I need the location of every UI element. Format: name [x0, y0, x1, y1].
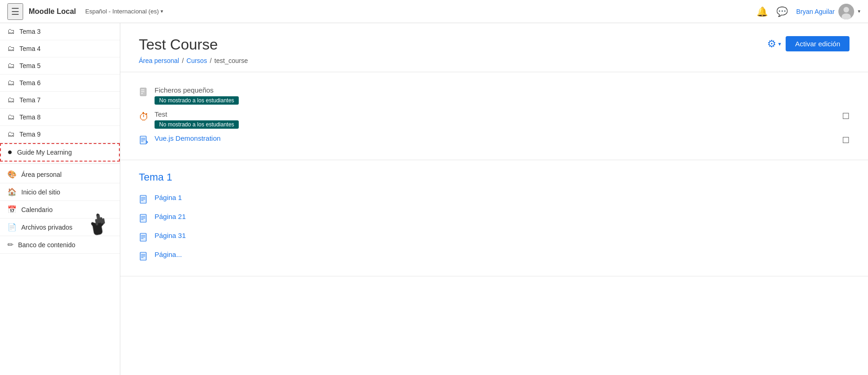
sidebar-item-label: Tema 7 — [19, 96, 41, 104]
activate-edit-button[interactable]: Activar edición — [786, 36, 849, 51]
course-item-link-pagina1[interactable]: Página 1 — [155, 194, 182, 201]
course-tema1-section: Tema 1 Página 1 — [120, 160, 868, 276]
sidebar: 🗂 Tema 3 🗂 Tema 4 🗂 Tema 5 🗂 Tema 6 🗂 Te… — [0, 23, 120, 375]
notification-button[interactable]: 🔔 — [756, 6, 768, 17]
message-button[interactable]: 💬 — [776, 6, 788, 17]
sidebar-item-archivos-privados[interactable]: 📄 Archivos privados — [0, 219, 120, 236]
check-icon-test: ☐ — [842, 111, 849, 121]
folder-icon: 🗂 — [7, 44, 15, 53]
sidebar-item-area-personal[interactable]: 🎨 Área personal — [0, 166, 120, 183]
check-icon-vuejs: ☐ — [842, 135, 849, 145]
pen-icon: ✏ — [7, 240, 13, 249]
settings-button[interactable]: ⚙ ▾ — [767, 38, 781, 50]
breadcrumb-courses[interactable]: Cursos — [186, 57, 207, 64]
svg-point-1 — [843, 7, 849, 12]
folder-icon: 🗂 — [7, 113, 15, 121]
header-actions: ⚙ ▾ Activar edición — [767, 36, 849, 51]
sidebar-item-label: Tema 4 — [19, 45, 41, 52]
course-title-section: Test Course Área personal / Cursos / tes… — [139, 36, 248, 64]
folder-icon: 🗂 — [7, 96, 15, 104]
username-label: Bryan Aguilar — [796, 8, 835, 15]
course-item-vuejs: Vue.js Demonstration ☐ — [139, 131, 849, 150]
course-item-pagina1: Página 1 — [139, 191, 849, 210]
breadcrumb-sep2: / — [210, 57, 211, 64]
sidebar-scroll-area: 🗂 Tema 3 🗂 Tema 4 🗂 Tema 5 🗂 Tema 6 🗂 Te… — [0, 23, 120, 375]
course-item-content-pagina-more: Página... — [155, 250, 849, 259]
language-selector[interactable]: Español - Internacional (es) ▾ — [85, 8, 163, 15]
course-header: Test Course Área personal / Cursos / tes… — [120, 23, 868, 72]
breadcrumb-area-personal[interactable]: Área personal — [139, 57, 179, 64]
sidebar-item-label: Tema 6 — [19, 79, 41, 87]
main-layout: 🗂 Tema 3 🗂 Tema 4 🗂 Tema 5 🗂 Tema 6 🗂 Te… — [0, 23, 868, 375]
quiz-item-icon: ⏱ — [139, 111, 149, 123]
course-item-link-pagina21[interactable]: Página 21 — [155, 212, 186, 220]
file-icon: 📄 — [7, 223, 17, 231]
course-item-content-pagina21: Página 21 — [155, 212, 849, 221]
sidebar-item-banco-contenido[interactable]: ✏ Banco de contenido — [0, 236, 120, 254]
course-intro-section: Ficheros pequeños No mostrado a los estu… — [120, 72, 868, 160]
course-item-link-pagina-more[interactable]: Página... — [155, 250, 182, 258]
sidebar-item-label: Inicio del sitio — [21, 188, 60, 196]
sidebar-item-label: Tema 9 — [19, 131, 41, 138]
breadcrumb-course-slug: test_course — [214, 57, 248, 64]
sidebar-item-label: Archivos privados — [21, 224, 73, 231]
sidebar-item-label: Calendario — [21, 206, 53, 213]
sidebar-item-guide-my-learning[interactable]: ● Guide My Learning — [0, 143, 120, 162]
course-title: Test Course — [139, 36, 248, 53]
sidebar-item-tema5[interactable]: 🗂 Tema 5 — [0, 57, 120, 75]
svg-rect-4 — [141, 89, 144, 90]
course-item-link-vuejs[interactable]: Vue.js Demonstration — [155, 134, 221, 142]
sidebar-item-label: Área personal — [21, 171, 62, 178]
sidebar-item-calendario[interactable]: 📅 Calendario — [0, 201, 120, 219]
top-navigation: ☰ Moodle Local Español - Internacional (… — [0, 0, 868, 23]
course-item-link-ficheros[interactable]: Ficheros pequeños — [155, 86, 214, 94]
user-chevron-icon: ▾ — [858, 8, 861, 14]
hidden-badge-test: No mostrado a los estudiantes — [155, 120, 239, 129]
sidebar-item-tema8[interactable]: 🗂 Tema 8 — [0, 109, 120, 126]
user-menu[interactable]: Bryan Aguilar ▾ — [796, 4, 861, 19]
course-item-content-pagina1: Página 1 — [155, 194, 849, 202]
breadcrumb: Área personal / Cursos / test_course — [139, 57, 248, 64]
svg-rect-6 — [141, 93, 143, 94]
course-item-link-pagina31[interactable]: Página 31 — [155, 231, 186, 239]
course-item-link-test[interactable]: Test — [155, 110, 167, 118]
sidebar-item-tema3[interactable]: 🗂 Tema 3 — [0, 23, 120, 40]
dashboard-icon: 🎨 — [7, 170, 17, 179]
page-icon-pagina-more — [139, 251, 149, 264]
gear-icon: ⚙ — [767, 38, 776, 50]
language-label: Español - Internacional (es) — [85, 8, 159, 15]
sidebar-item-label: Guide My Learning — [17, 149, 72, 156]
course-item-ficheros: Ficheros pequeños No mostrado a los estu… — [139, 83, 849, 107]
main-content: Test Course Área personal / Cursos / tes… — [120, 23, 868, 375]
page-item-icon — [139, 135, 149, 148]
globe-icon: ● — [7, 147, 12, 157]
course-item-content-test: Test No mostrado a los estudiantes — [155, 110, 837, 129]
page-icon-pagina31 — [139, 232, 149, 245]
tema1-title: Tema 1 — [139, 171, 849, 183]
sidebar-item-label: Banco de contenido — [18, 241, 75, 249]
sidebar-item-tema7[interactable]: 🗂 Tema 7 — [0, 92, 120, 109]
course-item-content-vuejs: Vue.js Demonstration — [155, 134, 837, 143]
folder-icon: 🗂 — [7, 27, 15, 36]
top-icons: 🔔 💬 Bryan Aguilar ▾ — [756, 4, 861, 19]
sidebar-item-label: Tema 5 — [19, 62, 41, 69]
sidebar-item-tema6[interactable]: 🗂 Tema 6 — [0, 75, 120, 92]
sidebar-item-label: Tema 3 — [19, 28, 41, 35]
breadcrumb-sep1: / — [182, 57, 184, 64]
sidebar-item-inicio-sitio[interactable]: 🏠 Inicio del sitio — [0, 183, 120, 201]
folder-icon: 🗂 — [7, 62, 15, 70]
svg-rect-5 — [141, 91, 144, 92]
course-item-test: ⏱ Test No mostrado a los estudiantes ☐ — [139, 107, 849, 131]
course-item-pagina-more: Página... — [139, 248, 849, 267]
course-item-content: Ficheros pequeños No mostrado a los estu… — [155, 86, 849, 105]
sidebar-divider — [0, 163, 120, 164]
language-chevron-icon: ▾ — [161, 8, 163, 14]
folder-icon: 🗂 — [7, 130, 15, 138]
sidebar-item-tema9[interactable]: 🗂 Tema 9 — [0, 126, 120, 143]
hamburger-menu-button[interactable]: ☰ — [7, 3, 23, 20]
sidebar-item-tema4[interactable]: 🗂 Tema 4 — [0, 40, 120, 57]
course-item-pagina31: Página 31 — [139, 229, 849, 248]
gear-chevron-icon: ▾ — [778, 41, 781, 47]
sidebar-item-label: Tema 8 — [19, 113, 41, 121]
page-icon-pagina1 — [139, 194, 149, 207]
